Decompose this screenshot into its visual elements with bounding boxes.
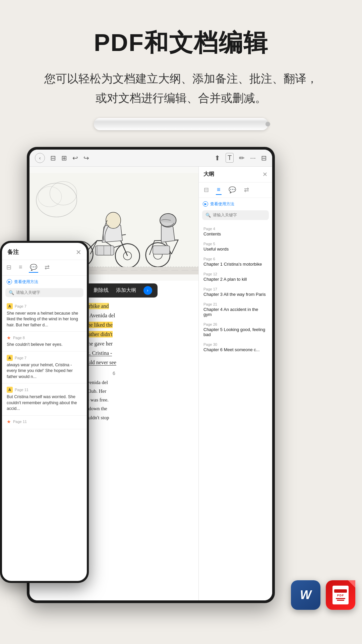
pdf-icon-inner: PDF [333, 586, 349, 604]
outline-how-to[interactable]: ▶ 查看使用方法 [199, 198, 272, 210]
outline-search-input[interactable] [213, 213, 265, 217]
annot-text-0: She never wore a helmet because she like… [7, 311, 82, 328]
annot-page-4: Page 11 [13, 420, 27, 424]
annot-icon-1: ★ [7, 335, 11, 340]
outline-tab-list[interactable]: ≡ [216, 185, 222, 195]
annot-text-3: But Cristina herself was worried. She co… [7, 394, 82, 412]
share-icon[interactable]: ⬆ [215, 154, 220, 162]
outline-item-6[interactable]: Page 26 Chapter 5 Looking good, feeling … [199, 320, 272, 340]
annot-icon-2: A [7, 355, 13, 361]
header-section: PDF和文档编辑 您可以轻松为文档建立大纲、添加备注、批注、翻译， 或对文档进行… [0, 0, 362, 118]
annotation-items: A Page 7 She never wore a helmet because… [2, 300, 87, 581]
devices-wrapper: ‹ ⊟ ⊞ ↩ ↪ ⬆ T ✏ ··· ⊟ [0, 133, 362, 620]
more-icon[interactable]: ··· [250, 154, 256, 162]
outline-items: Page 4 Contents Page 5 Useful words Page… [199, 223, 272, 600]
outline-header: 大纲 ✕ [199, 167, 272, 182]
annot-tab-4[interactable]: ⇄ [44, 263, 51, 273]
strikethrough-btn[interactable]: 删除线 [94, 287, 109, 293]
subtitle-line2: 或对文档进行编辑、合并或删减。 [96, 92, 266, 104]
outline-page-2: Page 6 [203, 257, 267, 261]
outline-page-1: Page 5 [203, 242, 267, 246]
main-title: PDF和文档编辑 [20, 27, 342, 59]
outline-page-4: Page 17 [203, 287, 267, 291]
outline-item-2[interactable]: Page 6 Chapter 1 Cristina's motorbike [199, 254, 272, 269]
annotation-item-1: ★ Page 8 She couldn't believe her eyes. [2, 332, 87, 352]
stylus-area [0, 118, 362, 130]
next-arrow[interactable]: › [143, 286, 152, 295]
text-icon[interactable]: T [226, 153, 234, 163]
svg-point-9 [106, 212, 121, 228]
word-app-icon[interactable]: W [291, 580, 320, 610]
annot-tab-1[interactable]: ⊟ [5, 263, 12, 273]
annotation-item-2: A Page 7 always wear your helmet, Cristi… [2, 352, 87, 384]
annotation-search-bar[interactable]: 🔍 [5, 288, 83, 297]
stylus [94, 118, 268, 130]
outline-search-bar[interactable]: 🔍 [202, 210, 269, 220]
phone-panel: 备注 ✕ ⊟ ≡ 💬 ⇄ ▶ 查看使用方法 🔍 [0, 241, 89, 583]
pdf-corner-fold [348, 580, 355, 588]
annot-page-3: Page 11 [15, 388, 28, 392]
outline-chapter-7: Chapter 6 Meet someone c... [203, 347, 267, 352]
annot-how-to-label: 查看使用方法 [14, 279, 38, 285]
outline-item-7[interactable]: Page 30 Chapter 6 Meet someone c... [199, 340, 272, 355]
annot-page-0: Page 7 [15, 304, 26, 308]
outline-tabs: ⊟ ≡ 💬 ⇄ [199, 182, 272, 198]
outline-tab-comment[interactable]: 💬 [228, 185, 237, 195]
outline-item-0[interactable]: Page 4 Contents [199, 224, 272, 239]
annotation-header: 备注 ✕ [2, 243, 87, 260]
layout-icon-2[interactable]: ⊞ [61, 154, 67, 162]
annot-text-2: always wear your helmet, Cristina - ever… [7, 362, 82, 380]
outline-item-3[interactable]: Page 12 Chapter 2 A plan to kill [199, 269, 272, 284]
outline-close-icon[interactable]: ✕ [262, 171, 267, 178]
outline-item-1[interactable]: Page 5 Useful words [199, 239, 272, 254]
outline-panel: 大纲 ✕ ⊟ ≡ 💬 ⇄ ▶ 查看使用方法 [198, 167, 272, 600]
outline-chapter-3: Chapter 2 A plan to kill [203, 277, 267, 282]
annot-meta-4: ★ Page 11 [7, 419, 82, 424]
search-icon: 🔍 [205, 213, 211, 218]
add-outline-btn[interactable]: 添加大纲 [116, 287, 136, 293]
annot-page-2: Page 7 [15, 356, 26, 360]
annotation-tabs: ⊟ ≡ 💬 ⇄ [2, 260, 87, 276]
outline-chapter-6: Chapter 5 Looking good, feeling bad [203, 327, 267, 337]
annot-icon-4: ★ [7, 419, 11, 424]
svg-rect-8 [96, 246, 114, 255]
outline-chapter-1: Useful words [203, 247, 267, 252]
bottom-app-icons: W PDF [291, 580, 355, 610]
annot-search-icon: 🔍 [9, 290, 14, 295]
annotation-title: 备注 [7, 248, 19, 256]
undo-icon[interactable]: ↩ [72, 154, 78, 162]
outline-page-7: Page 30 [203, 342, 267, 346]
panel-icon[interactable]: ⊟ [261, 154, 267, 162]
annotation-how-to[interactable]: ▶ 查看使用方法 [2, 276, 87, 288]
outline-chapter-2: Chapter 1 Cristina's motorbike [203, 262, 267, 267]
phone-inner: 备注 ✕ ⊟ ≡ 💬 ⇄ ▶ 查看使用方法 🔍 [2, 243, 87, 581]
outline-item-5[interactable]: Page 21 Chapter 4 An accident in the gym [199, 300, 272, 320]
redo-icon[interactable]: ↪ [83, 154, 89, 162]
pdf-app-icon[interactable]: PDF [326, 580, 355, 610]
annot-page-1: Page 8 [13, 336, 25, 340]
outline-page-0: Page 4 [203, 227, 267, 231]
annot-tab-3[interactable]: 💬 [29, 263, 38, 273]
annot-meta-1: ★ Page 8 [7, 335, 82, 340]
annotation-close-icon[interactable]: ✕ [76, 248, 81, 256]
annot-text-1: She couldn't believe her eyes. [7, 342, 82, 348]
subtitle-line1: 您可以轻松为文档建立大纲、添加备注、批注、翻译， [44, 72, 318, 85]
annot-tab-2[interactable]: ≡ [18, 263, 23, 273]
outline-tab-page[interactable]: ⊟ [203, 185, 210, 195]
layout-icon-1[interactable]: ⊟ [50, 154, 56, 162]
annot-icon-0: A [7, 303, 13, 309]
annotate-icon[interactable]: ✏ [239, 154, 245, 162]
annotation-item-0: A Page 7 She never wore a helmet because… [2, 300, 87, 332]
outline-title: 大纲 [203, 171, 214, 178]
tablet-toolbar: ‹ ⊟ ⊞ ↩ ↪ ⬆ T ✏ ··· ⊟ [29, 150, 272, 167]
annotation-item-4: ★ Page 11 [2, 416, 87, 429]
outline-tab-more[interactable]: ⇄ [243, 185, 250, 195]
back-icon[interactable]: ‹ [35, 153, 45, 163]
annot-meta-2: A Page 7 [7, 355, 82, 361]
outline-item-4[interactable]: Page 17 Chapter 3 All the way from Paris [199, 284, 272, 300]
outline-page-3: Page 12 [203, 272, 267, 276]
how-to-label: 查看使用方法 [210, 201, 234, 207]
annotation-search-input[interactable] [16, 290, 80, 295]
annot-meta-3: A Page 11 [7, 387, 82, 393]
svg-rect-12 [153, 246, 170, 254]
